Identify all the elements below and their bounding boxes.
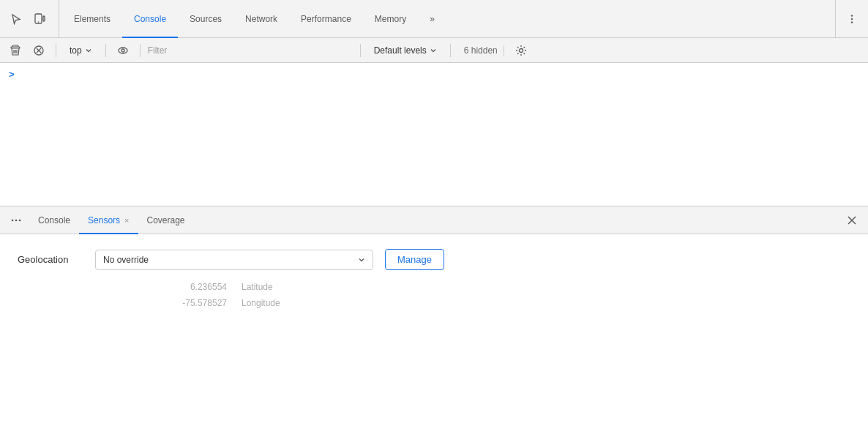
svg-point-3 <box>851 15 853 16</box>
devtools-icons <box>6 0 59 37</box>
latitude-value: 6.236554 <box>95 282 242 292</box>
tab-sources[interactable]: Sources <box>178 1 233 38</box>
bottom-tab-coverage-label: Coverage <box>147 215 185 225</box>
geo-select-value: No override <box>103 255 149 265</box>
bottom-panel-dots[interactable] <box>6 210 26 231</box>
bottom-tab-console-label: Console <box>38 215 70 225</box>
settings-btn[interactable] <box>512 41 531 60</box>
stop-btn[interactable] <box>29 41 48 60</box>
geolocation-select[interactable]: No override <box>95 250 373 270</box>
bottom-tab-sensors[interactable]: Sensors × <box>79 207 138 234</box>
tab-sources-label: Sources <box>190 14 222 24</box>
levels-selector[interactable]: Default levels <box>368 43 443 58</box>
svg-point-15 <box>19 219 21 221</box>
sensors-content: Geolocation No override Manage 6.236554 … <box>0 234 868 429</box>
geolocation-label: Geolocation <box>18 254 83 265</box>
tab-more[interactable]: » <box>418 1 446 38</box>
levels-label: Default levels <box>374 45 427 56</box>
tab-console[interactable]: Console <box>122 1 178 38</box>
longitude-value: -75.578527 <box>95 298 242 308</box>
top-bar-right <box>835 0 862 37</box>
svg-point-11 <box>121 49 124 52</box>
more-options-btn[interactable] <box>842 9 862 29</box>
tab-performance-label: Performance <box>301 14 351 24</box>
svg-point-5 <box>851 21 853 23</box>
console-caret[interactable]: > <box>9 69 15 80</box>
context-selector[interactable]: top <box>64 43 98 58</box>
tab-memory[interactable]: Memory <box>363 1 418 38</box>
tab-elements[interactable]: Elements <box>62 1 122 38</box>
bottom-tab-bar: Console Sensors × Coverage <box>0 206 868 234</box>
levels-dropdown-icon <box>430 47 437 54</box>
svg-rect-1 <box>43 16 45 21</box>
coordinates-grid: 6.236554 Latitude -75.578527 Longitude <box>18 282 850 308</box>
tab-elements-label: Elements <box>74 14 111 24</box>
manage-button[interactable]: Manage <box>385 249 444 270</box>
tab-network-label: Network <box>245 14 277 24</box>
tab-more-label: » <box>430 14 435 24</box>
svg-point-2 <box>38 21 40 23</box>
context-dropdown-icon <box>85 47 92 54</box>
eye-btn[interactable] <box>113 41 132 60</box>
clear-console-btn[interactable] <box>6 41 25 60</box>
tab-performance[interactable]: Performance <box>289 1 363 38</box>
geo-dropdown-icon <box>358 256 365 264</box>
svg-point-13 <box>12 219 14 221</box>
toolbar-separator-5 <box>450 44 451 57</box>
svg-point-4 <box>851 18 853 19</box>
latitude-label: Latitude <box>242 282 388 292</box>
bottom-tab-console[interactable]: Console <box>29 207 79 234</box>
console-toolbar: top Default levels 6 hidden <box>0 38 868 63</box>
cursor-icon-btn[interactable] <box>6 9 26 29</box>
close-icon <box>847 215 857 225</box>
toolbar-separator-3 <box>140 44 141 57</box>
bottom-tab-coverage[interactable]: Coverage <box>138 207 194 234</box>
close-sensors-tab[interactable]: × <box>124 216 129 225</box>
tab-memory-label: Memory <box>375 14 406 24</box>
filter-input[interactable] <box>148 45 353 56</box>
hidden-count: 6 hidden <box>458 45 504 56</box>
bottom-panel: Console Sensors × Coverage Geolocation N… <box>0 206 868 429</box>
console-main[interactable]: > <box>0 63 868 206</box>
toolbar-separator-4 <box>360 44 361 57</box>
toolbar-separator-1 <box>56 44 56 57</box>
tab-console-label: Console <box>134 14 166 24</box>
top-tab-bar: Elements Console Sources Network Perform… <box>0 0 868 38</box>
geolocation-row: Geolocation No override Manage <box>18 249 850 270</box>
top-tabs: Elements Console Sources Network Perform… <box>62 0 835 37</box>
tab-network[interactable]: Network <box>233 1 289 38</box>
context-value: top <box>70 45 82 56</box>
toolbar-separator-2 <box>105 44 106 57</box>
close-bottom-panel-btn[interactable] <box>842 210 862 231</box>
svg-point-10 <box>119 48 127 53</box>
longitude-label: Longitude <box>242 298 388 308</box>
device-icon-btn[interactable] <box>29 9 50 29</box>
svg-point-12 <box>519 48 523 52</box>
svg-point-14 <box>15 219 18 221</box>
bottom-tab-sensors-label: Sensors <box>88 215 120 225</box>
svg-rect-6 <box>11 47 20 48</box>
